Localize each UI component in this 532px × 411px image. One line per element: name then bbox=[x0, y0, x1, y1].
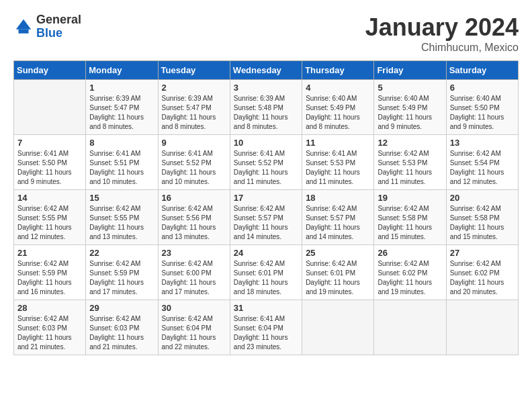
table-row: 12Sunrise: 6:42 AM Sunset: 5:53 PM Dayli… bbox=[374, 135, 446, 190]
table-row: 4Sunrise: 6:40 AM Sunset: 5:49 PM Daylig… bbox=[302, 80, 374, 135]
day-number: 8 bbox=[89, 138, 154, 148]
day-number: 7 bbox=[17, 138, 82, 148]
day-number: 5 bbox=[378, 83, 442, 93]
table-row: 5Sunrise: 6:40 AM Sunset: 5:49 PM Daylig… bbox=[374, 80, 446, 135]
day-number: 11 bbox=[306, 138, 370, 148]
day-number: 9 bbox=[162, 138, 226, 148]
table-row: 24Sunrise: 6:42 AM Sunset: 6:01 PM Dayli… bbox=[230, 245, 302, 300]
svg-marker-0 bbox=[16, 19, 32, 30]
day-info: Sunrise: 6:42 AM Sunset: 6:02 PM Dayligh… bbox=[450, 259, 515, 297]
day-info: Sunrise: 6:41 AM Sunset: 6:04 PM Dayligh… bbox=[234, 314, 298, 352]
day-info: Sunrise: 6:42 AM Sunset: 6:03 PM Dayligh… bbox=[89, 314, 154, 352]
day-number: 26 bbox=[378, 248, 442, 258]
day-info: Sunrise: 6:42 AM Sunset: 5:57 PM Dayligh… bbox=[234, 204, 298, 242]
calendar-week-row: 7Sunrise: 6:41 AM Sunset: 5:50 PM Daylig… bbox=[14, 135, 519, 190]
table-row: 30Sunrise: 6:42 AM Sunset: 6:04 PM Dayli… bbox=[158, 300, 230, 355]
col-sunday: Sunday bbox=[14, 61, 86, 80]
day-number: 29 bbox=[89, 303, 154, 313]
table-row: 15Sunrise: 6:42 AM Sunset: 5:55 PM Dayli… bbox=[86, 190, 158, 245]
table-row: 29Sunrise: 6:42 AM Sunset: 6:03 PM Dayli… bbox=[86, 300, 158, 355]
day-number: 17 bbox=[234, 193, 298, 203]
day-number: 13 bbox=[450, 138, 515, 148]
table-row bbox=[302, 300, 374, 355]
day-number: 2 bbox=[162, 83, 226, 93]
logo-icon bbox=[13, 17, 34, 37]
svg-rect-1 bbox=[19, 30, 29, 34]
table-row: 8Sunrise: 6:41 AM Sunset: 5:51 PM Daylig… bbox=[86, 135, 158, 190]
day-info: Sunrise: 6:42 AM Sunset: 5:59 PM Dayligh… bbox=[17, 259, 82, 297]
title-block: January 2024 Chimhucum, Mexico bbox=[365, 13, 519, 54]
day-info: Sunrise: 6:42 AM Sunset: 5:54 PM Dayligh… bbox=[450, 149, 515, 187]
day-info: Sunrise: 6:42 AM Sunset: 5:53 PM Dayligh… bbox=[378, 149, 442, 187]
day-info: Sunrise: 6:40 AM Sunset: 5:50 PM Dayligh… bbox=[450, 94, 515, 132]
table-row: 6Sunrise: 6:40 AM Sunset: 5:50 PM Daylig… bbox=[446, 80, 518, 135]
table-row: 27Sunrise: 6:42 AM Sunset: 6:02 PM Dayli… bbox=[446, 245, 518, 300]
table-row: 22Sunrise: 6:42 AM Sunset: 5:59 PM Dayli… bbox=[86, 245, 158, 300]
day-number: 14 bbox=[17, 193, 82, 203]
day-number: 27 bbox=[450, 248, 515, 258]
calendar-table: Sunday Monday Tuesday Wednesday Thursday… bbox=[13, 60, 519, 355]
table-row: 2Sunrise: 6:39 AM Sunset: 5:47 PM Daylig… bbox=[158, 80, 230, 135]
day-info: Sunrise: 6:42 AM Sunset: 6:02 PM Dayligh… bbox=[378, 259, 442, 297]
calendar-week-row: 14Sunrise: 6:42 AM Sunset: 5:55 PM Dayli… bbox=[14, 190, 519, 245]
day-number: 25 bbox=[306, 248, 370, 258]
logo: General Blue bbox=[13, 13, 81, 40]
day-number: 12 bbox=[378, 138, 442, 148]
day-number: 1 bbox=[89, 83, 154, 93]
day-number: 24 bbox=[234, 248, 298, 258]
day-info: Sunrise: 6:41 AM Sunset: 5:51 PM Dayligh… bbox=[89, 149, 154, 187]
table-row: 26Sunrise: 6:42 AM Sunset: 6:02 PM Dayli… bbox=[374, 245, 446, 300]
table-row: 23Sunrise: 6:42 AM Sunset: 6:00 PM Dayli… bbox=[158, 245, 230, 300]
table-row: 21Sunrise: 6:42 AM Sunset: 5:59 PM Dayli… bbox=[14, 245, 86, 300]
day-info: Sunrise: 6:39 AM Sunset: 5:47 PM Dayligh… bbox=[89, 94, 154, 132]
day-info: Sunrise: 6:42 AM Sunset: 5:59 PM Dayligh… bbox=[89, 259, 154, 297]
col-tuesday: Tuesday bbox=[158, 61, 230, 80]
col-thursday: Thursday bbox=[302, 61, 374, 80]
day-number: 6 bbox=[450, 83, 515, 93]
col-friday: Friday bbox=[374, 61, 446, 80]
day-info: Sunrise: 6:41 AM Sunset: 5:52 PM Dayligh… bbox=[162, 149, 226, 187]
day-info: Sunrise: 6:42 AM Sunset: 6:03 PM Dayligh… bbox=[17, 314, 82, 352]
day-number: 15 bbox=[89, 193, 154, 203]
table-row: 20Sunrise: 6:42 AM Sunset: 5:58 PM Dayli… bbox=[446, 190, 518, 245]
day-info: Sunrise: 6:42 AM Sunset: 5:55 PM Dayligh… bbox=[89, 204, 154, 242]
day-info: Sunrise: 6:42 AM Sunset: 5:58 PM Dayligh… bbox=[450, 204, 515, 242]
table-row: 3Sunrise: 6:39 AM Sunset: 5:48 PM Daylig… bbox=[230, 80, 302, 135]
day-info: Sunrise: 6:42 AM Sunset: 6:00 PM Dayligh… bbox=[162, 259, 226, 297]
table-row: 28Sunrise: 6:42 AM Sunset: 6:03 PM Dayli… bbox=[14, 300, 86, 355]
table-row: 7Sunrise: 6:41 AM Sunset: 5:50 PM Daylig… bbox=[14, 135, 86, 190]
day-info: Sunrise: 6:42 AM Sunset: 5:57 PM Dayligh… bbox=[306, 204, 370, 242]
day-number: 18 bbox=[306, 193, 370, 203]
day-number: 3 bbox=[234, 83, 298, 93]
table-row: 18Sunrise: 6:42 AM Sunset: 5:57 PM Dayli… bbox=[302, 190, 374, 245]
table-row: 25Sunrise: 6:42 AM Sunset: 6:01 PM Dayli… bbox=[302, 245, 374, 300]
day-info: Sunrise: 6:39 AM Sunset: 5:47 PM Dayligh… bbox=[162, 94, 226, 132]
table-row: 13Sunrise: 6:42 AM Sunset: 5:54 PM Dayli… bbox=[446, 135, 518, 190]
day-info: Sunrise: 6:42 AM Sunset: 5:55 PM Dayligh… bbox=[17, 204, 82, 242]
logo-general-text: General bbox=[36, 13, 81, 27]
day-number: 4 bbox=[306, 83, 370, 93]
table-row: 31Sunrise: 6:41 AM Sunset: 6:04 PM Dayli… bbox=[230, 300, 302, 355]
day-number: 31 bbox=[234, 303, 298, 313]
calendar-week-row: 28Sunrise: 6:42 AM Sunset: 6:03 PM Dayli… bbox=[14, 300, 519, 355]
day-info: Sunrise: 6:41 AM Sunset: 5:50 PM Dayligh… bbox=[17, 149, 82, 187]
table-row: 19Sunrise: 6:42 AM Sunset: 5:58 PM Dayli… bbox=[374, 190, 446, 245]
table-row: 9Sunrise: 6:41 AM Sunset: 5:52 PM Daylig… bbox=[158, 135, 230, 190]
day-number: 30 bbox=[162, 303, 226, 313]
day-number: 16 bbox=[162, 193, 226, 203]
day-info: Sunrise: 6:40 AM Sunset: 5:49 PM Dayligh… bbox=[378, 94, 442, 132]
table-row: 17Sunrise: 6:42 AM Sunset: 5:57 PM Dayli… bbox=[230, 190, 302, 245]
month-title: January 2024 bbox=[365, 13, 519, 42]
day-info: Sunrise: 6:42 AM Sunset: 6:04 PM Dayligh… bbox=[162, 314, 226, 352]
day-number: 19 bbox=[378, 193, 442, 203]
table-row: 1Sunrise: 6:39 AM Sunset: 5:47 PM Daylig… bbox=[86, 80, 158, 135]
table-row bbox=[446, 300, 518, 355]
table-row bbox=[374, 300, 446, 355]
day-info: Sunrise: 6:42 AM Sunset: 5:56 PM Dayligh… bbox=[162, 204, 226, 242]
day-info: Sunrise: 6:40 AM Sunset: 5:49 PM Dayligh… bbox=[306, 94, 370, 132]
calendar-week-row: 21Sunrise: 6:42 AM Sunset: 5:59 PM Dayli… bbox=[14, 245, 519, 300]
table-row bbox=[14, 80, 86, 135]
day-number: 28 bbox=[17, 303, 82, 313]
table-row: 16Sunrise: 6:42 AM Sunset: 5:56 PM Dayli… bbox=[158, 190, 230, 245]
day-info: Sunrise: 6:42 AM Sunset: 5:58 PM Dayligh… bbox=[378, 204, 442, 242]
